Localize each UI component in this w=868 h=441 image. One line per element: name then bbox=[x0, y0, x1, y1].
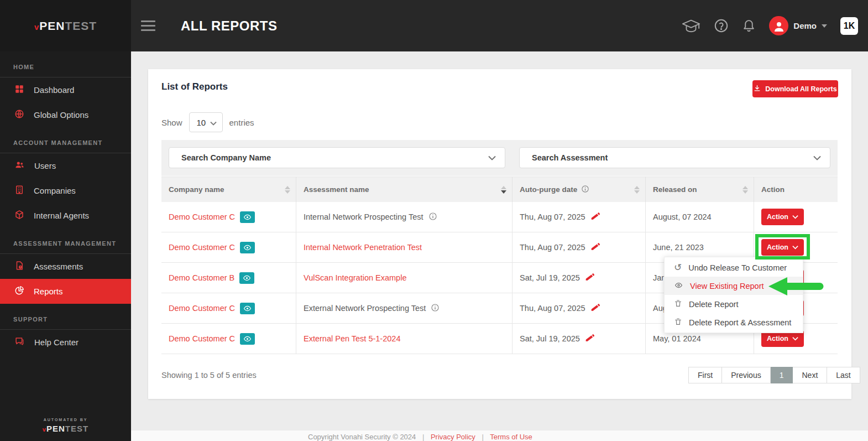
menu-item-delete-report[interactable]: Delete Report bbox=[665, 295, 803, 313]
sidebar-item-global-options[interactable]: Global Options bbox=[0, 102, 131, 127]
reports-card: List of Reports Download All Reports Sho… bbox=[148, 69, 851, 399]
action-button-highlighted[interactable]: Action bbox=[761, 239, 804, 256]
company-link[interactable]: Demo Customer C bbox=[169, 212, 235, 221]
sidebar-item-companies[interactable]: Companies bbox=[0, 178, 131, 203]
pagination: First Previous 1 Next Last bbox=[688, 367, 860, 383]
assessment-link[interactable]: Internal Network Penetration Test bbox=[304, 243, 422, 252]
eye-badge-icon[interactable] bbox=[240, 333, 255, 345]
menu-item-delete-report-and-assessment[interactable]: Delete Report & Assessment bbox=[665, 313, 803, 331]
eye-badge-icon[interactable] bbox=[240, 211, 255, 223]
eye-badge-icon[interactable] bbox=[240, 303, 255, 314]
menu-item-view-existing-report[interactable]: View Existing Report bbox=[665, 277, 803, 295]
assessment-file-icon bbox=[14, 261, 24, 272]
sort-icon bbox=[742, 186, 748, 194]
company-link[interactable]: Demo Customer C bbox=[169, 304, 235, 313]
sidebar: vPENTEST HOME Dashboard Global Options A… bbox=[0, 0, 131, 441]
sort-icon bbox=[285, 186, 290, 194]
pagination-last[interactable]: Last bbox=[827, 367, 860, 383]
brand-logo[interactable]: vPENTEST bbox=[0, 0, 131, 51]
sidebar-item-label: Companies bbox=[34, 186, 76, 195]
sidebar-item-label: Dashboard bbox=[34, 85, 74, 95]
sidebar-item-internal-agents[interactable]: Internal Agents bbox=[0, 203, 131, 228]
pie-chart-icon bbox=[14, 286, 24, 297]
corner-badge[interactable]: 1K bbox=[840, 17, 858, 35]
chevron-down-icon bbox=[488, 153, 496, 162]
assessment-name: External Network Prospecting Test bbox=[304, 304, 426, 313]
pagination-next[interactable]: Next bbox=[793, 367, 827, 383]
pagination-page-1[interactable]: 1 bbox=[771, 367, 793, 383]
users-icon bbox=[14, 160, 25, 172]
chevron-down-icon bbox=[822, 24, 827, 28]
sidebar-item-dashboard[interactable]: Dashboard bbox=[0, 77, 131, 102]
terms-of-use-link[interactable]: Terms of Use bbox=[490, 433, 532, 441]
company-link[interactable]: Demo Customer B bbox=[169, 273, 234, 282]
chevron-down-icon bbox=[813, 153, 821, 162]
eye-badge-icon[interactable] bbox=[240, 242, 255, 253]
action-button[interactable]: Action bbox=[761, 209, 804, 225]
search-company-select[interactable]: Search Company Name bbox=[169, 147, 505, 168]
trash-icon bbox=[674, 317, 682, 328]
sidebar-item-label: Global Options bbox=[34, 110, 88, 120]
edit-pencil-icon[interactable] bbox=[585, 333, 595, 345]
edit-pencil-icon[interactable] bbox=[590, 241, 601, 253]
undo-icon: ↺ bbox=[674, 263, 682, 272]
dashboard-icon bbox=[14, 84, 24, 96]
column-header-company-name[interactable]: Company name bbox=[161, 177, 296, 202]
sidebar-section-home: HOME bbox=[0, 51, 131, 77]
column-header-auto-purge-date[interactable]: Auto-purge date bbox=[513, 177, 646, 202]
company-link[interactable]: Demo Customer C bbox=[169, 334, 235, 343]
edit-pencil-icon[interactable] bbox=[590, 211, 601, 223]
eye-badge-icon[interactable] bbox=[239, 272, 254, 284]
menu-item-undo-release[interactable]: ↺ Undo Release To Customer bbox=[665, 258, 803, 277]
table-row: Demo Customer C Internal Network Prospec… bbox=[161, 202, 838, 232]
entries-summary: Showing 1 to 5 of 5 entries bbox=[161, 371, 257, 380]
released-on: May, 01 2024 bbox=[653, 334, 701, 343]
cube-icon bbox=[14, 210, 24, 221]
sort-icon-desc bbox=[501, 186, 506, 194]
download-icon bbox=[754, 85, 761, 94]
help-icon[interactable] bbox=[714, 18, 729, 33]
main-content: List of Reports Download All Reports Sho… bbox=[131, 51, 868, 441]
show-label: Show bbox=[161, 118, 182, 127]
card-title: List of Reports bbox=[161, 81, 228, 92]
action-dropdown-menu: ↺ Undo Release To Customer View Existing… bbox=[664, 257, 803, 333]
user-menu[interactable]: Demo bbox=[769, 16, 827, 35]
table-header: Company name Assessment name Auto-purge … bbox=[161, 177, 838, 202]
vpentest-logo-small: vPENTEST bbox=[0, 424, 131, 433]
pagination-first[interactable]: First bbox=[688, 367, 722, 383]
footer-text: Copyright Vonahi Security © 2024 | Priva… bbox=[308, 433, 532, 441]
auto-purge-date: Sat, Jul 19, 2025 bbox=[520, 273, 580, 282]
released-on: June, 21 2023 bbox=[653, 243, 704, 252]
sidebar-item-label: Internal Agents bbox=[34, 211, 89, 220]
copyright-text: Copyright Vonahi Security © 2024 bbox=[308, 433, 416, 441]
page-size-select[interactable]: 10 bbox=[189, 112, 223, 132]
company-link[interactable]: Demo Customer C bbox=[169, 243, 235, 252]
assessment-link[interactable]: VulScan Integration Example bbox=[304, 273, 406, 282]
page-title: ALL REPORTS bbox=[181, 18, 277, 34]
entries-label: entries bbox=[229, 118, 254, 127]
auto-purge-date: Thu, Aug 07, 2025 bbox=[520, 212, 585, 221]
info-icon bbox=[581, 185, 589, 195]
hamburger-menu-icon[interactable] bbox=[141, 18, 155, 34]
privacy-policy-link[interactable]: Privacy Policy bbox=[431, 433, 475, 441]
footer: Copyright Vonahi Security © 2024 | Priva… bbox=[131, 430, 868, 441]
graduation-cap-icon[interactable] bbox=[682, 18, 700, 34]
notifications-bell-icon[interactable] bbox=[742, 18, 756, 33]
pagination-previous[interactable]: Previous bbox=[722, 367, 770, 383]
search-assessment-select[interactable]: Search Assessment bbox=[519, 147, 830, 168]
automated-by-label: AUTOMATED BY bbox=[0, 418, 131, 422]
sidebar-item-label: Reports bbox=[34, 287, 63, 296]
download-all-reports-button[interactable]: Download All Reports bbox=[752, 80, 838, 97]
auto-purge-date: Thu, Aug 07, 2025 bbox=[520, 304, 585, 313]
column-header-released-on[interactable]: Released on bbox=[646, 177, 754, 202]
sidebar-item-reports[interactable]: Reports bbox=[0, 279, 131, 304]
assessment-link[interactable]: External Pen Test 5-1-2024 bbox=[304, 334, 400, 343]
edit-pencil-icon[interactable] bbox=[585, 272, 595, 284]
sidebar-item-users[interactable]: Users bbox=[0, 153, 131, 178]
sidebar-item-help-center[interactable]: Help Center bbox=[0, 330, 131, 355]
column-header-assessment-name[interactable]: Assessment name bbox=[296, 177, 513, 202]
sidebar-item-assessments[interactable]: Assessments bbox=[0, 254, 131, 279]
edit-pencil-icon[interactable] bbox=[590, 302, 601, 314]
avatar bbox=[769, 16, 788, 35]
trash-icon bbox=[674, 299, 682, 309]
